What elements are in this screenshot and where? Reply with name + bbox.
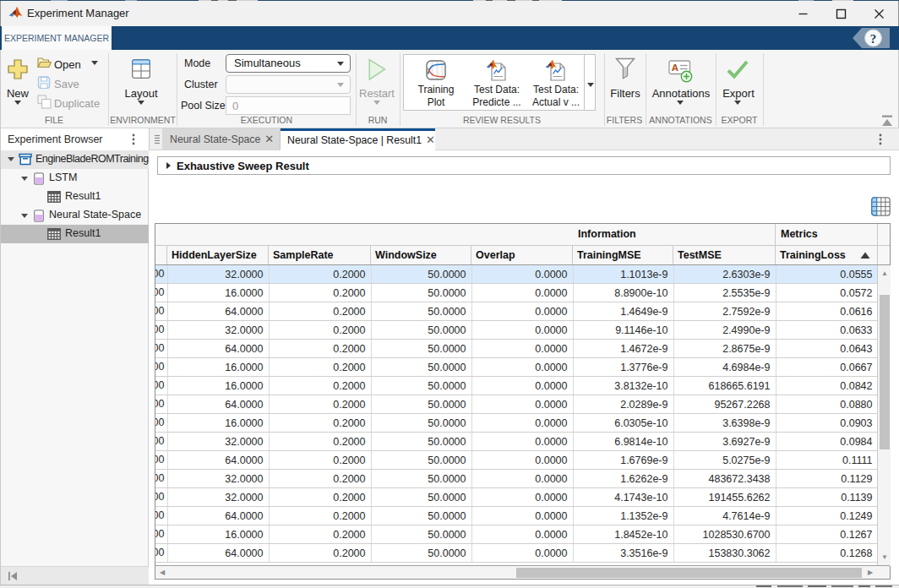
svg-text:A: A [672,63,678,73]
svg-text:?: ? [870,32,877,46]
